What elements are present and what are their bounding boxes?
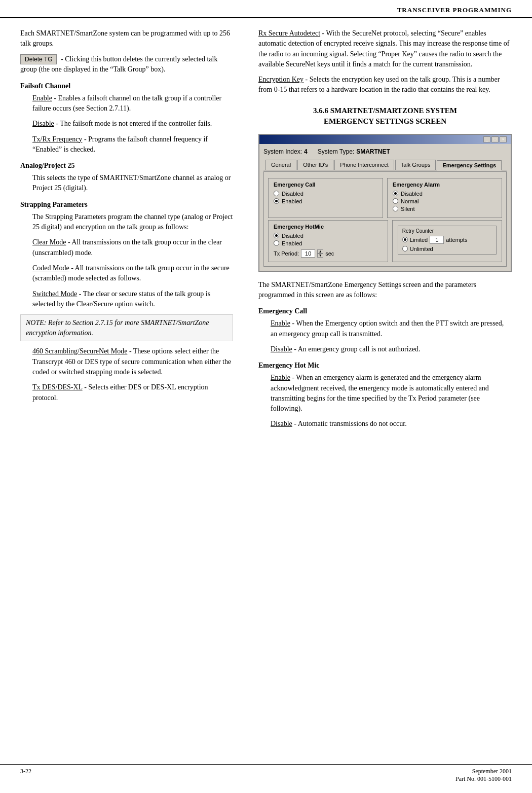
tx-period-row: Tx Period: ▲ ▼ sec (274, 249, 383, 258)
right-column: Rx Secure Autodetect - With the SecureNe… (248, 28, 532, 435)
ehm-enabled-row[interactable]: Enabled (274, 240, 383, 246)
ehm-disable-para: Disable - Automatic transmissions do not… (271, 419, 512, 429)
ea-silent-row[interactable]: Silent (393, 206, 497, 212)
retry-counter-panel: Retry Counter Limited attempts Unlimit (392, 220, 502, 262)
ea-disabled-label: Disabled (401, 191, 423, 197)
ehm-title: Emergency HotMic (274, 224, 383, 230)
emergency-alarm-panel: Emergency Alarm Disabled Normal (387, 178, 502, 218)
mode460-para: 460 Scrambling/SecureNet Mode - These op… (32, 346, 233, 377)
emergency-hotmic-panel: Emergency HotMic Disabled Enabled Tx Per… (268, 220, 388, 262)
page-footer: 3-22 September 2001 Part No. 001-5100-00… (0, 764, 532, 783)
txrx-label: Tx/Rx Frequency (32, 135, 82, 143)
enc-key-label: Encryption Key (258, 76, 303, 83)
tab-general[interactable]: General (265, 160, 296, 170)
analog-para: This selects the type of SMARTNET/SmartZ… (32, 173, 233, 194)
ea-disabled-radio[interactable] (393, 191, 398, 196)
system-info-row: System Index: 4 System Type: SMARTNET (263, 148, 507, 155)
tab-talk-groups[interactable]: Talk Groups (395, 160, 436, 170)
big-section-title: 3.6.6 SMARTNET/SMARTZONE SYSTEM EMERGENC… (258, 105, 512, 127)
ehm-enable-desc: - When an emergency alarm is generated a… (271, 374, 489, 412)
delete-tg-para: Delete TG - Clicking this button deletes… (20, 54, 233, 75)
tx-period-spinner[interactable]: ▲ ▼ (317, 249, 323, 258)
note-text: NOTE: Refer to Section 2.7.15 for more S… (26, 319, 209, 337)
ehm-disabled-row[interactable]: Disabled (274, 233, 383, 239)
ec-disabled-radio[interactable] (274, 191, 279, 196)
left-column: Each SMARTNET/SmartZone system can be pr… (0, 28, 248, 435)
ec-enable-desc: - When the Emergency option switch and t… (271, 319, 504, 337)
switched-mode-para: Switched Mode - The clear or secure stat… (32, 289, 233, 310)
retry-attempts-label: attempts (446, 237, 467, 243)
spin-down-arrow[interactable]: ▼ (317, 254, 323, 258)
switched-mode-label: Switched Mode (32, 290, 77, 298)
ec-disable-label: Disable (271, 345, 292, 353)
retry-unlimited-radio[interactable] (402, 246, 408, 251)
txdes-para: Tx DES/DES-XL - Selects either DES or DE… (32, 382, 233, 403)
retry-limited-radio[interactable] (402, 237, 408, 242)
ec-title: Emergency Call (274, 182, 377, 188)
ea-normal-radio[interactable] (393, 198, 398, 204)
txrx-para: Tx/Rx Frequency - Programs the failsoft … (32, 134, 233, 155)
txdes-label: Tx DES/DES-XL (32, 383, 83, 391)
ehm-enable-label: Enable (271, 374, 290, 381)
clear-mode-label: Clear Mode (32, 238, 66, 246)
ea-silent-radio[interactable] (393, 206, 398, 211)
ec-disabled-label: Disabled (282, 191, 303, 197)
tx-period-label: Tx Period: (274, 250, 299, 257)
page-body: Each SMARTNET/SmartZone system can be pr… (0, 18, 532, 435)
dialog-tabs: General Other ID's Phone Interconnect Ta… (263, 158, 507, 170)
emergency-settings-dialog: _ □ × System Index: 4 System Type: SMART… (258, 134, 512, 272)
top-panels-row: Emergency Call Disabled Enabled (268, 178, 502, 218)
tab-emergency-settings[interactable]: Emergency Settings (437, 160, 502, 170)
ehm-disabled-radio[interactable] (274, 233, 279, 238)
footer-page-number: 3-22 (20, 768, 31, 783)
retry-value-input[interactable] (430, 236, 444, 244)
failsoft-heading: Failsoft Channel (20, 82, 233, 90)
ea-normal-label: Normal (401, 198, 419, 204)
system-index-label: System Index: (263, 148, 302, 155)
maximize-button[interactable]: □ (491, 136, 499, 142)
rx-secure-para: Rx Secure Autodetect - With the SecureNe… (258, 28, 512, 69)
ec-enabled-radio[interactable] (274, 198, 279, 204)
ec-enabled-row[interactable]: Enabled (274, 198, 377, 204)
big-section-line2: EMERGENCY SETTINGS SCREEN (324, 117, 446, 125)
tab-content: Emergency Call Disabled Enabled (263, 171, 507, 267)
ec-enable-label: Enable (271, 319, 290, 327)
ea-silent-label: Silent (401, 206, 415, 212)
ea-normal-row[interactable]: Normal (393, 198, 497, 204)
retry-unlimited-row[interactable]: Unlimited (402, 246, 492, 252)
system-index-field: System Index: 4 (263, 148, 308, 155)
ea-disabled-row[interactable]: Disabled (393, 191, 497, 197)
emerg-call-heading: Emergency Call (258, 307, 512, 315)
clear-mode-para: Clear Mode - All transmissions on the ta… (32, 237, 233, 258)
enable-label: Enable (32, 94, 52, 102)
retry-limited-row[interactable]: Limited attempts (402, 236, 492, 244)
emergency-call-panel: Emergency Call Disabled Enabled (268, 178, 383, 218)
delete-tg-button[interactable]: Delete TG (20, 54, 57, 64)
ehm-enabled-label: Enabled (282, 240, 302, 246)
disable-label: Disable (32, 120, 54, 127)
retry-title: Retry Counter (402, 228, 492, 234)
intro-para: Each SMARTNET/SmartZone system can be pr… (20, 28, 233, 49)
retry-inner: Retry Counter Limited attempts Unlimit (398, 226, 497, 255)
coded-mode-label: Coded Mode (32, 264, 69, 272)
spin-up-arrow[interactable]: ▲ (317, 249, 323, 254)
analog-heading: Analog/Project 25 (20, 162, 233, 170)
ehm-enabled-radio[interactable] (274, 240, 279, 246)
coded-mode-para: Coded Mode - All transmissions on the ta… (32, 263, 233, 284)
tab-other-ids[interactable]: Other ID's (297, 160, 333, 170)
system-type-value: SMARTNET (356, 148, 390, 155)
enable-desc: - Enables a failsoft channel on the talk… (32, 94, 221, 112)
ec-disabled-row[interactable]: Disabled (274, 191, 377, 197)
ehm-disabled-label: Disabled (282, 233, 303, 239)
ec-enable-para: Enable - When the Emergency option switc… (271, 318, 512, 339)
tx-period-unit: sec (325, 250, 334, 257)
bottom-panels-row: Emergency HotMic Disabled Enabled Tx Per… (268, 220, 502, 262)
footer-info: September 2001 Part No. 001-5100-001 (455, 768, 512, 783)
mode460-label: 460 Scrambling/SecureNet Mode (32, 347, 127, 355)
minimize-button[interactable]: _ (483, 136, 490, 142)
close-button[interactable]: × (500, 136, 507, 142)
retry-unlimited-label: Unlimited (410, 246, 433, 252)
after-dialog-para: The SMARTNET/SmartZone Emergency Setting… (258, 280, 512, 301)
tab-phone-interconnect[interactable]: Phone Interconnect (334, 160, 394, 170)
tx-period-input[interactable] (301, 249, 315, 258)
